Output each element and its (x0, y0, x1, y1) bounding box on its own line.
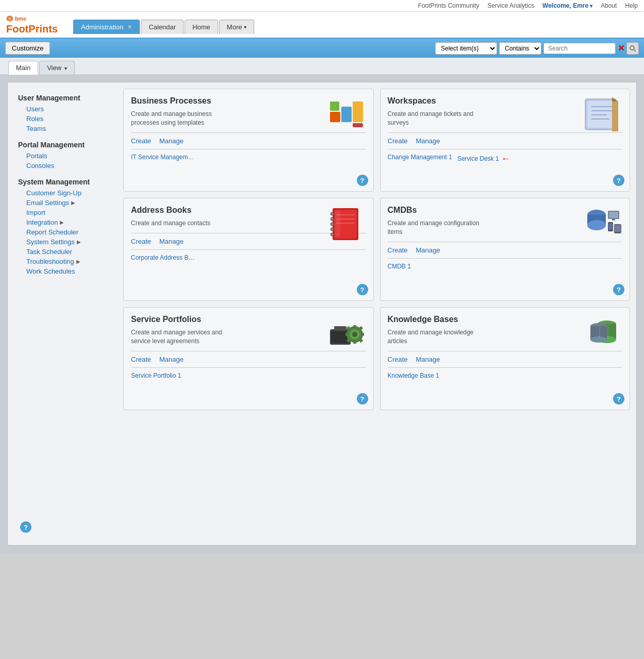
card-ws-icon (581, 96, 622, 132)
svg-rect-35 (608, 223, 613, 230)
card-bp-links: Create Manage (131, 137, 366, 145)
card-cmdb-manage[interactable]: Manage (416, 246, 440, 254)
tab-calendar[interactable]: Calendar (141, 20, 184, 34)
card-bp-create[interactable]: Create (131, 137, 151, 145)
card-kb-create[interactable]: Create (388, 356, 408, 363)
svg-rect-6 (353, 102, 363, 122)
card-cmdb-desc: Create and manage configuration items (388, 219, 491, 236)
footprints-label: FootPrints (6, 23, 58, 35)
inner-panel: User Management Users Roles Teams Portal… (7, 82, 637, 546)
card-kb-sublink-0[interactable]: Knowledge Base 1 (388, 372, 439, 379)
sidebar-link-users[interactable]: Users (14, 104, 117, 114)
search-select[interactable]: Select item(s) (435, 42, 497, 55)
card-bp-sublink-0[interactable]: IT Service Managem… (131, 154, 194, 161)
card-ws-help[interactable]: ? (613, 175, 624, 186)
svg-rect-37 (615, 225, 621, 232)
svg-marker-16 (612, 97, 618, 102)
contains-select[interactable]: Contains (499, 42, 541, 55)
service-portfolios-icon (325, 315, 366, 351)
sidebar-link-teams[interactable]: Teams (14, 124, 117, 133)
tab-more[interactable]: More ▾ (219, 20, 255, 34)
card-cmdb-sublinks: CMDB 1 (388, 263, 623, 270)
community-link[interactable]: FootPrints Community (418, 2, 480, 9)
troubleshooting-arrow: ▶ (76, 259, 80, 264)
card-sp-desc: Create and manage services and service l… (131, 328, 234, 346)
sidebar-link-troubleshooting[interactable]: Troubleshooting ▶ (14, 257, 117, 266)
card-ab-icon (325, 206, 366, 242)
sidebar-link-integration[interactable]: Integration ▶ (14, 217, 117, 227)
toolbar: Customize Select item(s) Contains ✕ (0, 39, 644, 58)
svg-rect-7 (330, 102, 339, 111)
card-ws-manage[interactable]: Manage (416, 137, 440, 145)
analytics-link[interactable]: Service Analytics (487, 2, 534, 9)
sidebar-link-customer-signup[interactable]: Customer Sign-Up (14, 188, 117, 198)
top-bar: FootPrints Community Service Analytics W… (0, 0, 644, 12)
card-cmdb-help[interactable]: ? (613, 284, 624, 295)
card-cmdb-sublink-0[interactable]: CMDB 1 (388, 263, 411, 270)
search-clear-button[interactable]: ✕ (618, 43, 624, 53)
svg-rect-8 (353, 123, 363, 127)
card-bp-manage[interactable]: Manage (159, 137, 184, 145)
card-cmdb-create[interactable]: Create (388, 246, 408, 254)
card-sp-manage[interactable]: Manage (159, 356, 184, 363)
view-dropdown-arrow: ▾ (64, 65, 67, 71)
card-sp-help[interactable]: ? (357, 393, 368, 404)
card-ab-create[interactable]: Create (131, 238, 151, 245)
sidebar-help-button[interactable]: ? (20, 521, 31, 533)
about-link[interactable]: About (601, 2, 617, 9)
card-kb-desc: Create and manage knowledge articles (388, 328, 491, 346)
welcome-user[interactable]: Welcome, Emre (542, 2, 592, 9)
svg-marker-15 (612, 97, 618, 131)
search-go-button[interactable] (626, 42, 639, 55)
svg-rect-4 (330, 112, 340, 122)
card-address-books: Address Books (123, 198, 374, 301)
address-books-icon (325, 206, 366, 242)
card-ws-sublink-0[interactable]: Change Management 1 (388, 154, 452, 164)
card-ab-help[interactable]: ? (357, 284, 368, 295)
sidebar-link-task-scheduler[interactable]: Task Scheduler (14, 247, 117, 257)
card-kb-manage[interactable]: Manage (416, 356, 440, 363)
sidebar-link-work-schedules[interactable]: Work Schedules (14, 266, 117, 276)
tab-home[interactable]: Home (185, 20, 218, 34)
card-service-portfolios: Service Portfolios (123, 307, 374, 410)
card-knowledge-bases: Knowledge Bases (380, 307, 631, 410)
sidebar-section-system-management: System Management (18, 178, 117, 186)
sidebar-link-portals[interactable]: Portals (14, 151, 117, 161)
sidebar-link-roles[interactable]: Roles (14, 114, 117, 124)
tab-administration[interactable]: Administration ✕ (73, 20, 140, 34)
card-bp-help[interactable]: ? (357, 175, 368, 186)
subtab-view[interactable]: View ▾ (39, 61, 75, 74)
svg-point-57 (590, 336, 607, 343)
card-ws-create[interactable]: Create (388, 137, 408, 145)
tab-administration-close[interactable]: ✕ (127, 24, 132, 30)
sidebar-link-import[interactable]: Import (14, 208, 117, 217)
search-input[interactable] (543, 43, 616, 54)
svg-line-3 (634, 49, 636, 52)
svg-point-43 (352, 332, 357, 337)
card-kb-help[interactable]: ? (613, 393, 624, 404)
subtab-main[interactable]: Main (8, 61, 38, 75)
card-ab-desc: Create and manage contacts (131, 219, 234, 228)
card-kb-icon (581, 315, 622, 351)
card-bp-icon (325, 96, 366, 132)
sidebar-link-system-settings[interactable]: System Settings ▶ (14, 237, 117, 247)
integration-arrow: ▶ (60, 219, 64, 225)
card-sp-sublinks: Service Portfolio 1 (131, 372, 366, 379)
search-icon (629, 45, 636, 52)
customize-button[interactable]: Customize (5, 42, 50, 55)
card-ab-manage[interactable]: Manage (159, 238, 184, 245)
svg-point-24 (331, 223, 334, 226)
card-sp-links: Create Manage (131, 356, 366, 363)
card-sp-sublink-0[interactable]: Service Portfolio 1 (131, 372, 181, 379)
card-sp-create[interactable]: Create (131, 356, 151, 363)
logo: bmc FootPrints (6, 12, 58, 38)
sidebar-link-report-scheduler[interactable]: Report Scheduler (14, 227, 117, 237)
sidebar-link-consoles[interactable]: Consoles (14, 161, 117, 171)
card-ab-sublink-0[interactable]: Corporate Address B… (131, 254, 194, 261)
card-ws-sublink-1[interactable]: Service Desk 1 ← (457, 154, 510, 164)
cards-area: Business Processes Create and manage bus… (117, 89, 630, 539)
help-link[interactable]: Help (625, 2, 638, 9)
sidebar-section-user-management: User Management (18, 94, 117, 102)
card-ws-sublinks: Change Management 1 Service Desk 1 ← (388, 154, 623, 164)
sidebar-link-email-settings[interactable]: Email Settings ▶ (14, 198, 117, 208)
